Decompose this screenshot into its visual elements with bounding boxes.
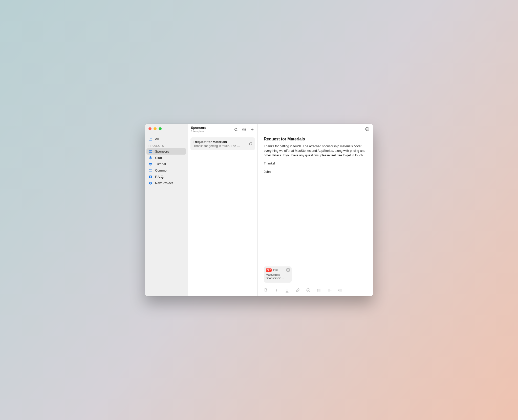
folder-icon [148,169,153,173]
attachment-type: PDF [273,268,279,271]
sidebar-item-common[interactable]: Common [146,167,186,174]
svg-point-17 [317,291,318,291]
app-window: All PROJECTS Sponsors Club Tutori [145,124,373,296]
filter-button[interactable] [242,127,246,132]
sidebar-list: All [145,136,188,142]
window-controls [145,124,188,136]
sidebar-item-tutorial[interactable]: Tutorial [146,161,186,167]
template-list-pane: Sponsors 1 template Request for Material… [188,124,258,296]
sidebar-item-all[interactable]: All [146,136,186,142]
editor-paragraph: Thanks for getting in touch. The attache… [264,144,367,158]
svg-point-13 [368,129,368,129]
attachment-area: PDF PDF MacStories Sponsorship Materi… [258,266,373,285]
sidebar-item-label: Common [155,169,168,172]
sidebar-item-label: Tutorial [155,162,166,166]
minimize-window-button[interactable] [154,127,157,130]
check-circle-icon [306,288,311,292]
more-button[interactable] [365,127,370,132]
sidebar-item-label: Club [155,156,162,160]
template-card-preview: Thanks for getting in touch. The atta… [193,144,242,148]
zoom-window-button[interactable] [159,127,162,130]
svg-point-11 [366,129,367,129]
svg-point-14 [307,288,310,292]
target-icon [148,156,153,160]
bullet-list-button[interactable] [316,288,321,293]
svg-point-16 [317,290,318,290]
folder-icon [148,137,153,141]
close-icon [287,269,289,271]
sidebar-projects-list: Sponsors Club Tutorial Common [145,148,188,186]
paperclip-icon [295,288,300,292]
attach-button[interactable] [295,288,300,293]
sidebar-item-label: All [155,137,159,141]
editor-signature: John [264,170,367,174]
search-icon [234,127,238,132]
template-card-title: Request for Materials [193,140,252,144]
editor-header [258,124,373,135]
filter-icon [242,127,246,132]
plus-circle-icon [148,181,153,185]
attachment-name: MacStories Sponsorship Materi… [266,273,290,280]
template-card[interactable]: Request for Materials Thanks for getting… [190,137,255,150]
italic-button[interactable]: I [274,288,279,293]
ellipsis-circle-icon [365,127,370,131]
sidebar-item-label: New Project [155,181,173,185]
outdent-button[interactable] [327,288,332,293]
svg-rect-0 [149,151,152,153]
sidebar-item-label: Sponsors [155,150,169,153]
template-list: Request for Materials Thanks for getting… [188,135,257,152]
template-list-title: Sponsors [191,126,206,130]
svg-point-15 [317,289,318,290]
indent-button[interactable] [338,288,343,293]
sidebar-item-label: F.A.Q. [155,175,164,179]
sidebar: All PROJECTS Sponsors Club Tutori [145,124,188,296]
checklist-button[interactable] [306,288,311,293]
sidebar-item-club[interactable]: Club [146,155,186,161]
underline-button[interactable]: U [285,288,290,293]
svg-rect-9 [249,143,251,145]
attachment-chip[interactable]: PDF PDF MacStories Sponsorship Materi… [264,266,292,283]
attachment-remove-button[interactable] [286,268,290,272]
question-icon: ? [148,175,153,179]
sidebar-item-new-project[interactable]: New Project [146,180,186,186]
text-cursor [271,170,271,174]
sidebar-item-faq[interactable]: ? F.A.Q. [146,174,186,180]
template-list-title-block: Sponsors 1 template [191,126,206,133]
add-button[interactable] [250,127,254,132]
indent-icon [338,288,342,292]
clipboard-icon [249,142,252,146]
graduation-cap-icon [148,162,153,166]
template-list-actions [234,127,254,132]
message-badge-icon [148,150,153,154]
outdent-icon [327,288,332,292]
bullet-list-icon [317,288,321,292]
sidebar-item-sponsors[interactable]: Sponsors [146,148,186,155]
bold-button[interactable]: B [263,288,268,293]
editor-title: Request for Materials [264,137,367,141]
editor-thanks-line: Thanks! [264,161,367,166]
template-list-subtitle: 1 template [191,130,206,133]
search-button[interactable] [234,127,238,132]
svg-text:?: ? [150,176,151,178]
editor-pane: Request for Materials Thanks for getting… [258,124,373,296]
svg-point-2 [150,157,151,158]
format-toolbar: B I U [258,285,373,296]
template-list-header: Sponsors 1 template [188,124,257,135]
sidebar-projects-header: PROJECTS [145,142,188,148]
svg-point-6 [235,128,237,130]
svg-point-12 [367,129,368,129]
plus-icon [250,127,254,132]
pdf-badge-icon: PDF [266,268,272,272]
close-window-button[interactable] [148,127,152,130]
editor-body[interactable]: Request for Materials Thanks for getting… [258,135,373,266]
